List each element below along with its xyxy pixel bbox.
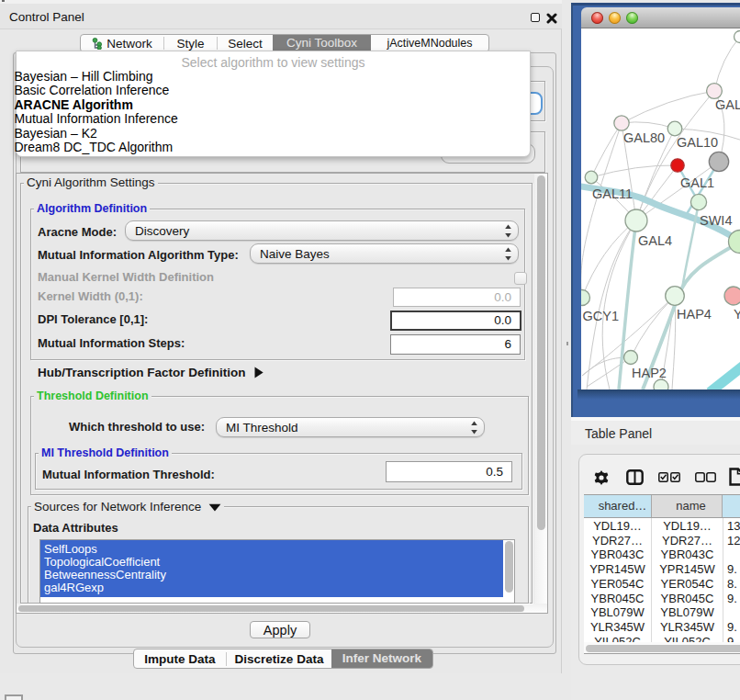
svg-text:GAL1: GAL1	[680, 175, 714, 190]
svg-text:GAL7: GAL7	[715, 97, 740, 112]
svg-text:GAL80: GAL80	[623, 130, 665, 145]
svg-text:SWI4: SWI4	[700, 213, 732, 228]
svg-text:GAL4: GAL4	[638, 233, 672, 248]
svg-text:HAP2: HAP2	[632, 366, 667, 380]
svg-text:Y: Y	[734, 307, 740, 322]
svg-text:GCY1: GCY1	[583, 309, 620, 323]
svg-text:GAL11: GAL11	[592, 186, 633, 201]
svg-text:HAP4: HAP4	[677, 307, 712, 322]
svg-text:GAL10: GAL10	[677, 135, 718, 150]
